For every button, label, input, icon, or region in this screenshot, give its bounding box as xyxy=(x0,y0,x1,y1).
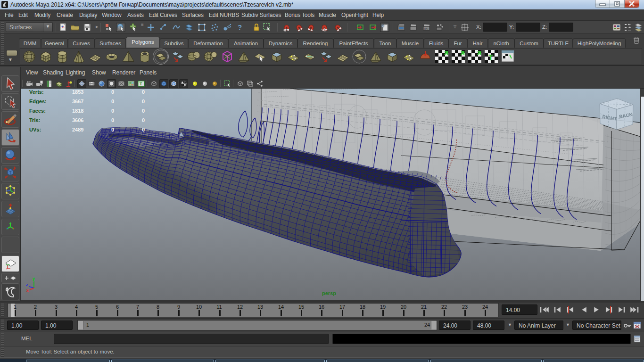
svg-text:y: y xyxy=(33,276,35,281)
svg-text:T: T xyxy=(140,82,142,86)
svg-text:x: x xyxy=(26,288,29,293)
svg-text:T: T xyxy=(488,54,493,62)
svg-text:persp: persp xyxy=(322,290,336,296)
svg-text:z: z xyxy=(26,282,28,287)
svg-text:?: ? xyxy=(238,23,242,31)
svg-text:IPR: IPR xyxy=(424,27,429,30)
